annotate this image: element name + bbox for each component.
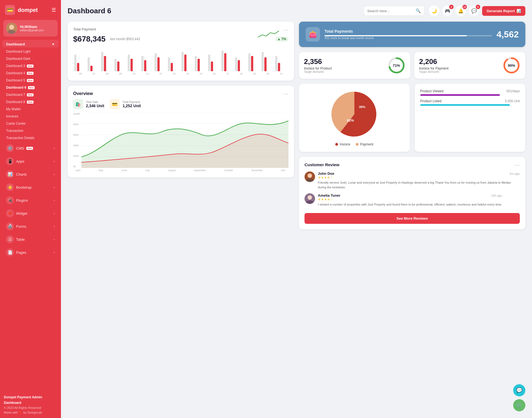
chevron-right-icon: › [54, 251, 55, 254]
total-payment-stat-icon: 💳 [110, 99, 120, 109]
blue-total-payments-card: 👛 Total Payments 431 more to break last … [299, 22, 525, 47]
area-chart: 1000k 800k 600k 400k 200k 0k [73, 112, 288, 168]
sidebar-logo: 💳 dompet ☰ [0, 0, 61, 18]
new-badge: New [27, 79, 34, 82]
bar-gray-8 [181, 52, 184, 71]
trend-sparkline [258, 29, 280, 39]
notification-button[interactable]: 🔔 12 [456, 6, 466, 16]
sidebar-item-invoices[interactable]: Invoices [0, 113, 61, 120]
generate-report-label: Generate Report [487, 9, 515, 13]
review-stars-0: ★★★★☆ [318, 176, 520, 179]
sidebar-item-transaction[interactable]: Transaction [0, 127, 61, 134]
pie-legend: Invoice Payment [335, 142, 373, 146]
sidebar-item-dashboard-4[interactable]: Dashboard 4New [0, 70, 61, 77]
bar-label: 16 [208, 72, 220, 75]
bar-gray-12 [235, 57, 237, 71]
cart-fab[interactable]: 🛒 [513, 399, 525, 411]
nav-icon: ⭐ [6, 183, 14, 191]
invoice-payment-donut: 90% [503, 57, 520, 74]
sidebar-item-dashboard-7[interactable]: Dashboard 7New [0, 91, 61, 98]
generate-report-button[interactable]: Generate Report 📊 [482, 6, 525, 16]
bar-red-0 [77, 63, 79, 71]
blue-card-sub: 431 more to break last month record [324, 36, 492, 40]
chevron-right-icon: › [54, 225, 55, 228]
support-fab[interactable]: 💬 [513, 384, 525, 396]
sidebar-nav-plugins[interactable]: 🔌 Plugins › [2, 194, 59, 207]
bar-label: 11 [141, 72, 154, 75]
bar-red-9 [198, 59, 200, 71]
review-menu-icon[interactable]: ··· [515, 162, 520, 168]
moon-button[interactable]: 🌙 [429, 6, 439, 16]
bar-label: 09 [114, 72, 127, 75]
chevron-right-icon: › [54, 147, 55, 150]
gamepad-badge: 2 [449, 5, 454, 9]
nav-label: Bootstrap [16, 185, 32, 189]
chevron-right-icon: › [54, 173, 55, 176]
bar-group-8 [181, 52, 194, 71]
product-viewed-bar [420, 94, 500, 96]
sidebar-item-dashboard-dark[interactable]: Dashboard Dark [0, 55, 61, 62]
overview-menu-icon[interactable]: ··· [283, 91, 288, 97]
search-input[interactable] [367, 9, 413, 13]
nav-icon: 🖨️ [6, 222, 14, 230]
sidebar-footer: Dompet Payment Admin Dashboard © 2023 Al… [0, 391, 61, 418]
card-menu-icon[interactable]: ··· [283, 27, 288, 33]
bar-label: 19 [248, 72, 260, 75]
dashboard-section[interactable]: Dashboard ▼ [2, 40, 59, 47]
sidebar-item-dashboard-6[interactable]: Dashboard 6New [0, 84, 61, 91]
nav-label: Forms [16, 224, 26, 229]
sidebar-nav-apps[interactable]: 📱 Apps › [2, 155, 59, 168]
review-item-1: Amelia Tuner 10h ago ★★★★☆ I viewed a nu… [305, 193, 520, 207]
sidebar-item-cards-center[interactable]: Cards Center [0, 120, 61, 127]
wallet-icon: 👛 [306, 27, 320, 42]
product-viewed-stat: Product Viewed 561/days [420, 89, 520, 96]
total-payment-amount: $678,345 [73, 35, 106, 43]
search-bar: 🔍 [364, 6, 424, 16]
new-badge: New [26, 147, 33, 150]
sidebar-item-dashboard-8[interactable]: Dashboard 8New [0, 98, 61, 106]
sidebar-item-dashboard-5[interactable]: Dashboard 5New [0, 77, 61, 84]
message-button[interactable]: 💬 5 [469, 6, 479, 16]
bar-red-15 [278, 63, 280, 71]
product-stats-card: Product Viewed 561/days Product Listed 3… [415, 84, 526, 152]
notification-badge: 12 [462, 5, 467, 9]
sidebar-item-dashboard-3[interactable]: Dashboard 3New [0, 62, 61, 70]
invoice-product-sub: Target 3k/month [304, 70, 332, 73]
bar-red-1 [90, 66, 93, 71]
bar-red-8 [184, 55, 186, 71]
review-stars-1: ★★★★☆ [318, 198, 502, 201]
see-more-reviews-button[interactable]: See More Reviews [305, 213, 520, 224]
pie-payment-label: Payment [360, 142, 373, 146]
sidebar-item-dashboard-light[interactable]: Dashboard Light [0, 48, 61, 55]
sidebar-nav-forms[interactable]: 🖨️ Forms › [2, 220, 59, 233]
sidebar-nav-charts[interactable]: 📊 Charts › [2, 168, 59, 181]
sidebar-nav-pages[interactable]: 📄 Pages › [2, 246, 59, 259]
sidebar-nav-widget[interactable]: ❤️ Widget › [2, 207, 59, 220]
footer-made: Made with ❤️ by DexignLab [4, 410, 57, 415]
nav-icon: 🔌 [6, 196, 14, 204]
bar-label: 17 [221, 72, 234, 75]
nav-label: Charts [16, 172, 27, 176]
chevron-right-icon: › [54, 199, 55, 202]
bar-gray-3 [114, 59, 117, 71]
review-content-0: John Doe 5m ago ★★★★☆ Friendly service J… [318, 171, 520, 189]
nav-icon: 📱 [6, 157, 14, 165]
nav-items: ⚙️ CMS New › 📱 Apps › 📊 Charts › ⭐ Boots… [0, 142, 61, 259]
dashboard-grid: Total Payment ··· $678,345 last month $5… [68, 22, 525, 229]
sidebar-item-my-wallet[interactable]: My Wallet [0, 106, 61, 113]
bar-group-3 [114, 59, 127, 71]
sidebar-nav-table[interactable]: ☰ Table › [2, 233, 59, 246]
sidebar-item-transaction-details[interactable]: Transaction Details [0, 134, 61, 142]
sidebar-nav-bootstrap[interactable]: ⭐ Bootstrap › [2, 181, 59, 194]
chevron-right-icon: › [54, 238, 55, 241]
bar-chart [73, 46, 288, 71]
svg-text:62%: 62% [347, 119, 354, 122]
sidebar-nav-cms[interactable]: ⚙️ CMS New › [2, 142, 59, 155]
gamepad-button[interactable]: 🎮 2 [442, 6, 453, 16]
nav-label: Plugins [16, 198, 28, 202]
bar-gray-7 [168, 57, 170, 71]
invoice-product-pct: 71% [393, 63, 400, 68]
hamburger-icon[interactable]: ☰ [52, 7, 56, 13]
bar-red-6 [157, 57, 160, 71]
dashboard-sub-items: Dashboard LightDashboard DarkDashboard 3… [0, 48, 61, 142]
